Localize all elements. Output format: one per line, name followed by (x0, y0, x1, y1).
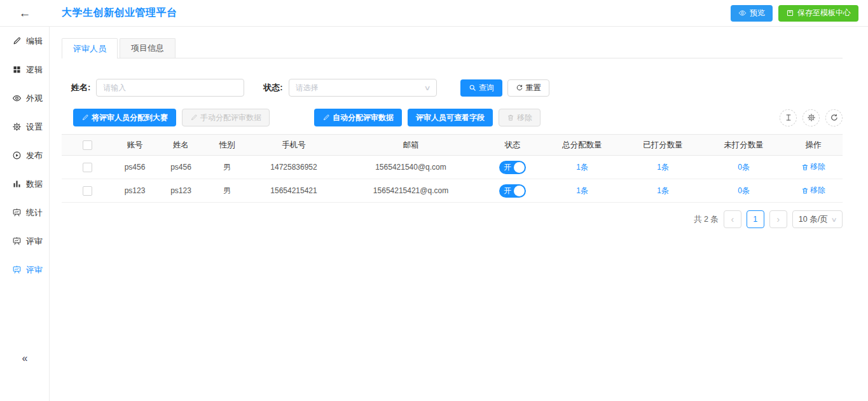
sidebar-item-settings[interactable]: 设置 (0, 112, 49, 141)
scored-link[interactable]: 1条 (657, 186, 669, 195)
remove-button[interactable]: 移除 (499, 109, 541, 126)
table-row: ps123 ps123 男 15654215421 15654215421@q.… (62, 179, 843, 203)
sidebar-item-label: 外观 (26, 93, 43, 104)
assign-to-competition-button[interactable]: 将评审人员分配到大赛 (73, 109, 176, 126)
eye-icon (738, 9, 747, 17)
status-filter-label: 状态: (263, 82, 282, 93)
select-all-checkbox[interactable] (83, 140, 92, 150)
search-icon (469, 84, 476, 92)
query-button[interactable]: 查询 (460, 79, 502, 97)
pencil-icon (81, 114, 89, 121)
column-settings-tool-button[interactable] (803, 109, 820, 126)
chevron-right-icon: › (776, 214, 780, 224)
cell-gender: 男 (205, 179, 249, 203)
pagination-page-1[interactable]: 1 (747, 210, 764, 228)
sidebar-item-review-active[interactable]: 评审 (0, 255, 49, 284)
auto-assign-button[interactable]: 自动分配评审数据 (314, 109, 402, 126)
cell-phone: 15654215421 (249, 179, 338, 203)
sidebar-item-publish[interactable]: 发布 (0, 141, 49, 170)
col-gender: 性别 (205, 135, 249, 156)
refresh-tool-button[interactable] (825, 109, 843, 126)
save-icon (786, 9, 794, 17)
tab-reviewers[interactable]: 评审人员 (62, 38, 118, 58)
total-assigned-link[interactable]: 1条 (576, 163, 588, 172)
col-email: 邮箱 (338, 135, 483, 156)
pagination: 共 2 条 ‹ 1 › 10 条/页 ∨ (62, 210, 843, 228)
manual-assign-button[interactable]: 手动分配评审数据 (182, 109, 270, 126)
row-checkbox[interactable] (83, 163, 92, 172)
board-chart-icon (12, 265, 22, 275)
cell-phone: 14725836952 (249, 156, 338, 179)
pagination-prev-button[interactable]: ‹ (724, 210, 741, 228)
sidebar-item-edit[interactable]: 编辑 (0, 27, 49, 55)
sidebar-item-statistics[interactable]: 统计 (0, 198, 49, 227)
row-height-tool-button[interactable] (780, 109, 797, 126)
sidebar-item-label: 逻辑 (26, 64, 43, 76)
preview-button-label: 预览 (750, 8, 765, 18)
name-filter-input[interactable] (96, 79, 244, 97)
topbar-actions: 预览 保存至模板中心 (731, 5, 868, 22)
grid-icon (12, 65, 22, 74)
cell-email: 1565421540@q.com (338, 156, 483, 179)
back-button[interactable]: ← (0, 0, 50, 27)
sidebar-item-review[interactable]: 评审 (0, 227, 49, 255)
action-bar: 将评审人员分配到大赛 手动分配评审数据 自动分配评审数据 评审人员可查看字段 移… (73, 109, 843, 126)
page-size-select[interactable]: 10 条/页 ∨ (792, 210, 843, 228)
col-name: 姓名 (157, 135, 205, 156)
auto-assign-label: 自动分配评审数据 (333, 112, 394, 123)
status-toggle[interactable]: 开 (499, 184, 526, 198)
pencil-icon (322, 114, 330, 121)
chevron-left-icon: ‹ (731, 214, 734, 224)
sidebar-item-label: 编辑 (26, 36, 43, 47)
unscored-link[interactable]: 0条 (738, 186, 750, 195)
trash-icon (801, 187, 809, 194)
status-filter-select[interactable]: 请选择 ∨ (289, 79, 437, 97)
row-remove-link[interactable]: 移除 (801, 161, 825, 172)
save-to-template-button[interactable]: 保存至模板中心 (778, 5, 858, 22)
sidebar-item-label: 评审 (26, 236, 43, 247)
table-header-row: 账号 姓名 性别 手机号 邮箱 状态 总分配数量 已打分数量 未打分数量 操作 (62, 135, 843, 156)
unscored-link[interactable]: 0条 (738, 163, 750, 172)
sidebar-item-label: 设置 (26, 121, 43, 133)
cell-account: ps123 (113, 179, 157, 203)
assign-to-competition-label: 将评审人员分配到大赛 (92, 112, 168, 123)
trash-icon (507, 114, 514, 121)
col-scored: 已打分数量 (623, 135, 703, 156)
tab-project-info[interactable]: 项目信息 (120, 38, 176, 58)
pagination-next-button[interactable]: › (769, 210, 787, 228)
board-chart-icon (12, 236, 22, 246)
table-row: ps456 ps456 男 14725836952 1565421540@q.c… (62, 156, 843, 179)
status-toggle[interactable]: 开 (499, 161, 526, 174)
sidebar-collapse-button[interactable]: « (0, 353, 50, 364)
filter-bar: 姓名: 状态: 请选择 ∨ 查询 重置 (71, 79, 843, 97)
save-button-label: 保存至模板中心 (797, 8, 851, 18)
sidebar-item-data[interactable]: 数据 (0, 170, 49, 198)
cell-name: ps123 (157, 179, 205, 203)
sidebar-item-logic[interactable]: 逻辑 (0, 55, 49, 84)
cell-name: ps456 (157, 156, 205, 179)
row-checkbox[interactable] (83, 186, 92, 196)
status-toggle-label: 开 (504, 187, 511, 194)
row-remove-label: 移除 (810, 185, 825, 196)
scored-link[interactable]: 1条 (657, 163, 669, 172)
total-assigned-link[interactable]: 1条 (576, 186, 588, 195)
viewable-fields-button[interactable]: 评审人员可查看字段 (408, 109, 493, 126)
viewable-fields-label: 评审人员可查看字段 (416, 112, 485, 123)
eye-icon (12, 93, 22, 103)
col-status: 状态 (483, 135, 542, 156)
sidebar-item-appearance[interactable]: 外观 (0, 84, 49, 112)
page-title: 大学生创新创业管理平台 (62, 6, 177, 20)
col-operation: 操作 (784, 135, 843, 156)
status-toggle-label: 开 (504, 163, 511, 171)
row-remove-link[interactable]: 移除 (801, 185, 825, 196)
tab-bar: 评审人员 项目信息 (62, 38, 843, 58)
text-height-icon (784, 113, 793, 122)
query-button-label: 查询 (479, 83, 494, 93)
sidebar: 编辑 逻辑 外观 设置 发布 数据 统计 评审 评审 « (0, 27, 50, 401)
toggle-knob (514, 162, 525, 173)
pagination-total: 共 2 条 (694, 214, 719, 225)
sidebar-item-label: 发布 (26, 150, 43, 161)
reset-button[interactable]: 重置 (507, 79, 549, 97)
board-chart-icon (12, 208, 22, 217)
preview-button[interactable]: 预览 (731, 5, 773, 22)
